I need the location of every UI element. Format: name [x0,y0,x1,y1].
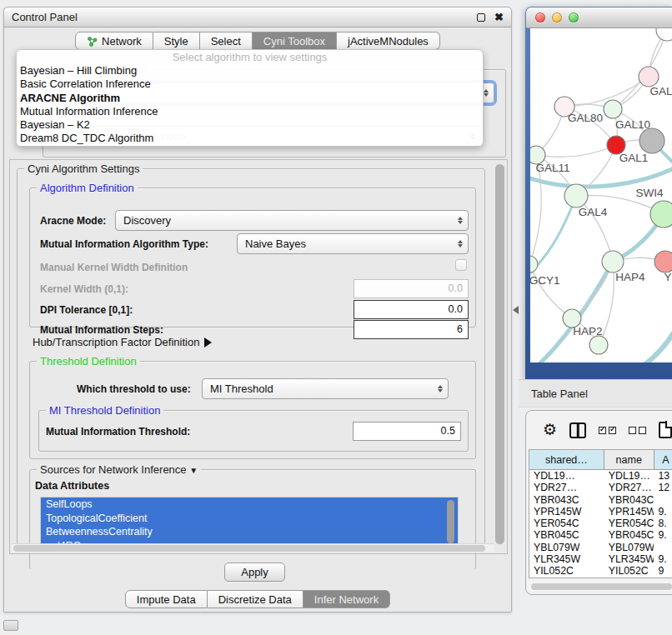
settings-vertical-scrollbar[interactable] [495,164,504,544]
network-node-hap4[interactable] [602,251,624,272]
file-icon[interactable] [659,422,672,438]
table-cell: YLR345W [604,553,654,565]
table-row[interactable]: YBR045CYBR045C9. [529,529,672,541]
control-panel-titlebar: Control Panel ✖ [4,8,511,28]
table-cell: YER054C [604,518,654,529]
tab-select[interactable]: Select [200,32,253,50]
kernel-width-input[interactable]: 0.0 [354,279,469,298]
table-row[interactable]: YER054CYER054C8. [529,518,672,529]
algorithm-option[interactable]: Mutual Information Inference [17,105,483,118]
table-cell [654,542,672,553]
column-header[interactable]: A [654,450,672,469]
table-cell: YPR145W [604,506,654,518]
panel-grip[interactable] [3,620,18,631]
node-table: shared…nameA YDL19…YDL19…13YDR27…YDR27…1… [529,449,672,578]
attribute-item[interactable]: TopologicalCoefficient [41,512,458,526]
algorithm-list: Bayesian – Hill ClimbingBasic Correlatio… [17,64,483,146]
node-label: GCY1 [530,274,559,287]
mi-steps-input[interactable]: 6 [354,320,469,339]
network-node-swi4[interactable] [650,201,672,228]
select-all-checkboxes-icon[interactable] [599,427,616,434]
network-node[interactable] [656,28,672,41]
table-row[interactable]: YPR145WYPR145W9. [529,506,672,518]
collapse-arrow-icon[interactable]: ▼ [189,466,198,475]
column-header[interactable]: shared… [529,450,604,469]
table-cell: YBL079W [604,542,654,553]
table-header-row: shared…nameA [529,450,672,470]
threshold-definition-group: Threshold Definition Which threshold to … [29,361,476,459]
network-node[interactable] [639,128,664,153]
aracne-mode-combobox[interactable]: Discovery [115,210,469,231]
edge [536,145,616,157]
mi-type-label: Mutual Information Algorithm Type: [40,238,208,250]
algorithm-option[interactable]: Dream8 DC_TDC Algorithm [17,132,483,145]
apply-button[interactable]: Apply [224,562,285,582]
network-canvas[interactable]: GALGAL80GAL10GAL1GAL11SWI4GAL4HAP4YGCY1H… [530,28,672,362]
table-row[interactable]: YIL052CYIL052C9 [529,565,672,577]
network-node-gal10[interactable] [604,100,622,118]
table-row[interactable]: YDL19…YDL19…13 [529,470,672,482]
attributes-scrollbar[interactable] [447,500,454,543]
network-icon [87,36,98,47]
network-node[interactable] [589,336,608,354]
mi-type-combobox[interactable]: Naive Bayes [237,233,469,254]
table-row[interactable]: YBL079WYBL079W [529,542,672,553]
table-panel-header: Table Panel [519,379,672,408]
which-threshold-combobox[interactable]: MI Threshold [202,378,449,399]
tab-label: Cyni Toolbox [263,35,325,48]
tab-cyni-toolbox[interactable]: Cyni Toolbox [253,32,337,50]
table-row[interactable]: YBR043CYBR043C [529,494,672,506]
manual-kernel-checkbox[interactable] [455,259,467,271]
kernel-width-label: Kernel Width (0,1): [40,283,128,295]
hub-definition-expander[interactable]: Hub/Transcription Factor Definition [33,336,212,348]
algorithm-option[interactable]: Bayesian – Hill Climbing [17,64,483,78]
tab-network[interactable]: Network [75,32,153,50]
stepper-arrows-icon [453,240,468,248]
mi-type-value: Naive Bayes [238,238,453,250]
float-window-icon[interactable] [477,13,485,22]
stepper-arrows-icon [453,217,468,224]
network-node-gal[interactable] [639,67,659,87]
table-toolbar: ⚙ [526,416,672,444]
algorithm-option[interactable]: ARACNE Algorithm [17,92,483,105]
zoom-traffic-light-icon[interactable] [569,12,579,22]
minimize-traffic-light-icon[interactable] [552,12,562,22]
node-label: GAL [649,85,672,98]
tab-label: Impute Data [137,593,196,606]
tab-jactivemnodules[interactable]: jActiveMNodules [337,32,440,50]
manual-kernel-label: Manual Kernel Width Definition [40,262,188,273]
table-cell: YLR345W [529,553,604,565]
settings-horizontal-scrollbar[interactable] [12,543,494,552]
table-cell: 13 [654,470,672,482]
table-cell: YBL079W [529,542,604,553]
table-row[interactable]: YDR27…YDR27…12 [529,482,672,493]
close-icon[interactable]: ✖ [494,13,504,22]
sources-group: Sources for Network Inference ▼ Data Att… [29,469,476,569]
table-panel: ⚙ shared…nameA YDL19…YDL19…13YDR27…YDR27… [525,410,672,595]
attribute-item[interactable]: SelfLoops [41,498,458,512]
attribute-item[interactable]: BetweennessCentrality [41,525,458,539]
mi-threshold-definition-group: MI Threshold Definition Mutual Informati… [38,410,469,452]
deselect-all-checkboxes-icon[interactable] [629,427,646,434]
panel-collapse-arrow[interactable] [513,306,519,314]
network-node-gcy1[interactable] [530,256,538,272]
algorithm-option[interactable]: Basic Correlation Inference [17,78,483,91]
table-horizontal-scrollbar[interactable] [529,582,672,591]
tab-infer-network[interactable]: Infer Network [303,590,390,608]
network-node-y[interactable] [654,251,672,272]
tab-discretize-data[interactable]: Discretize Data [208,590,303,608]
gear-icon[interactable]: ⚙ [543,422,557,438]
table-cell: YBR043C [529,494,604,506]
table-cell: 9. [654,529,672,541]
table-row[interactable]: YLR345WYLR345W9. [529,553,672,565]
network-graph: GALGAL80GAL10GAL1GAL11SWI4GAL4HAP4YGCY1H… [530,28,672,362]
column-header[interactable]: name [604,450,654,469]
algorithm-option[interactable]: Bayesian – K2 [17,118,483,132]
tab-impute-data[interactable]: Impute Data [125,590,208,608]
close-traffic-light-icon[interactable] [535,12,545,22]
mi-threshold-input[interactable]: 0.5 [353,422,461,441]
columns-icon[interactable] [569,422,586,438]
network-node-gal4[interactable] [564,184,588,208]
dpi-tolerance-input[interactable]: 0.0 [354,300,469,319]
tab-style[interactable]: Style [153,32,200,50]
